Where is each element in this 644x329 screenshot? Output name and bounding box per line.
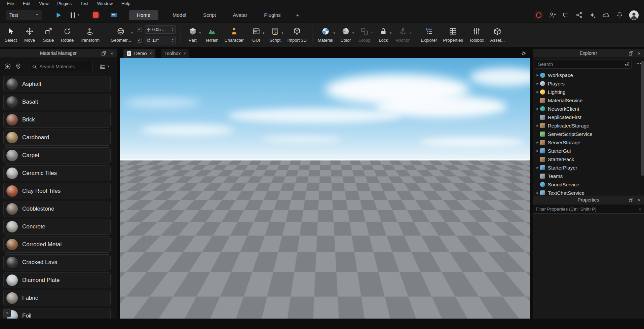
toggle-toolbox-button[interactable]: Toolbox [466,23,487,47]
tree-item[interactable]: ▶ ReplicatedStorage [533,121,641,130]
material-item[interactable]: Concrete [3,219,111,235]
tree-item[interactable]: ▶ StarterPlayer [533,163,641,172]
expand-arrow-icon[interactable]: ▶ [535,141,540,144]
ribbon-tab[interactable]: Home [129,10,158,20]
stop-record-button[interactable] [93,7,99,23]
expand-arrow-icon[interactable]: ▶ [535,191,540,194]
terrain-editor-button[interactable]: Terrain [202,23,222,47]
material-search-input[interactable] [30,62,93,71]
cloud-sync-icon[interactable] [602,11,610,19]
tree-item[interactable]: ▶ StarterGui [533,147,641,155]
expand-arrow-icon[interactable]: ▶ [535,90,540,94]
tree-item[interactable]: SoundService [533,180,641,189]
insert-part-button[interactable]: Part ▼ [183,23,202,47]
menu-item[interactable]: Test [76,0,93,7]
screen-view-button[interactable] [110,7,118,23]
ribbon-tab[interactable]: Plugins [261,10,283,20]
material-item[interactable]: Carpet [3,147,111,163]
collapse-panel-button[interactable]: » [3,309,11,317]
stepper-arrows[interactable]: ▲▼ [172,27,174,32]
toggle-explorer-button[interactable]: Explorer [418,23,440,47]
tab-settings-button[interactable] [521,50,527,58]
transform-tool-button[interactable]: Transform [77,23,103,47]
gui-button[interactable]: GUI ▼ [247,23,266,47]
float-panel-icon[interactable] [629,51,634,56]
snap-move-checkbox[interactable] [137,27,142,32]
close-icon[interactable]: × [638,51,641,56]
menu-item[interactable]: Help [117,0,135,7]
playtest-mode-dropdown[interactable]: Test ▼ [6,10,42,20]
account-avatar[interactable] [629,10,639,20]
doc-tab-demo[interactable]: Demo × [123,49,155,58]
material-item[interactable]: Asphalt [3,76,111,92]
assistant-icon[interactable] [589,11,596,19]
tree-item[interactable]: MaterialService [533,96,641,105]
import-3d-button[interactable]: Import 3D [285,23,310,47]
material-button[interactable]: Material ▼ [315,23,336,47]
menu-item[interactable]: View [35,0,53,7]
material-item[interactable]: Cobblestone [3,201,111,217]
tree-item[interactable]: ▶ NetworkClient [533,105,641,113]
view-mode-dropdown[interactable]: ▼ [96,62,113,71]
baseplate-ground[interactable] [120,160,530,319]
material-item[interactable]: Cracked Lava [3,254,111,270]
expand-arrow-icon[interactable]: ▶ [535,149,540,152]
close-icon[interactable]: × [638,197,641,203]
expand-arrow-icon[interactable]: ▶ [535,74,540,77]
move-tool-button[interactable]: Move [20,23,39,47]
close-icon[interactable]: × [149,51,152,56]
share-icon[interactable] [575,11,583,19]
add-material-button[interactable] [4,63,11,70]
stepper-arrows[interactable]: ▲▼ [172,38,174,42]
tree-item[interactable]: Teams [533,172,641,180]
viewport-3d[interactable] [120,58,530,319]
material-manager-header[interactable]: Material Manager × [0,49,117,58]
rotate-tool-button[interactable]: Rotate [58,23,77,47]
recording-indicator-icon[interactable] [535,11,542,19]
group-button[interactable]: Group ▼ [355,23,374,47]
ribbon-tab[interactable]: Avatar [230,10,250,20]
ribbon-tab[interactable]: Model [170,10,189,20]
material-item[interactable]: Basalt [3,94,111,110]
tree-item[interactable]: ▶ ServerStorage [533,138,641,147]
ribbon-tab[interactable]: + [295,10,301,20]
close-icon[interactable]: × [110,51,113,56]
expand-arrow-icon[interactable]: ▶ [535,107,540,110]
float-panel-icon[interactable] [101,51,106,56]
asset-manager-button[interactable]: Asset... [487,23,508,47]
snap-move-stepper[interactable]: 0.05 ... ▲▼ [145,25,176,34]
tree-item[interactable]: StarterPack [533,155,641,163]
notifications-icon[interactable] [616,11,623,19]
properties-header[interactable]: Properties × [533,195,644,205]
snap-rotate-checkbox[interactable] [137,38,142,43]
menu-item[interactable]: Plugins [53,0,76,7]
material-item[interactable]: Cardboard [3,130,111,146]
menu-item[interactable]: Window [93,0,117,7]
tree-item[interactable]: ▶ Lighting [533,88,641,96]
tree-item[interactable]: ▶ Workspace [533,71,641,79]
expand-arrow-icon[interactable]: ▶ [535,82,540,85]
explorer-search-input[interactable] [535,60,632,69]
geometry-mode-button[interactable]: Geometr... ▼ [108,23,134,47]
play-button[interactable] [54,7,63,23]
anchor-button[interactable]: Anchor ▼ [393,23,413,47]
invite-collaborator-icon[interactable] [548,11,556,19]
float-panel-icon[interactable] [629,197,634,203]
ribbon-tab[interactable]: Script [200,10,219,20]
explorer-header[interactable]: Explorer × [533,49,644,58]
toggle-properties-button[interactable]: Properties [440,23,466,47]
doc-tab-toolbox[interactable]: Toolbox × [161,49,189,58]
lock-button[interactable]: Lock ▼ [374,23,393,47]
pause-button[interactable]: ▼ [71,7,80,23]
character-button[interactable]: Character [222,23,247,47]
material-item[interactable]: Corroded Metal [3,236,111,253]
tree-item[interactable]: ReplicatedFirst [533,113,641,121]
material-item[interactable]: Diamond Plate [3,272,111,288]
tree-item[interactable]: ▶ TextChatService [533,189,641,195]
material-item[interactable]: Ceramic Tiles [3,165,111,181]
material-item[interactable]: Clay Roof Tiles [3,183,111,199]
tree-item[interactable]: ▶ Players [533,79,641,88]
menu-item[interactable]: File [3,0,18,7]
material-item[interactable]: Brick [3,112,111,128]
material-item[interactable]: Foil [3,308,111,319]
